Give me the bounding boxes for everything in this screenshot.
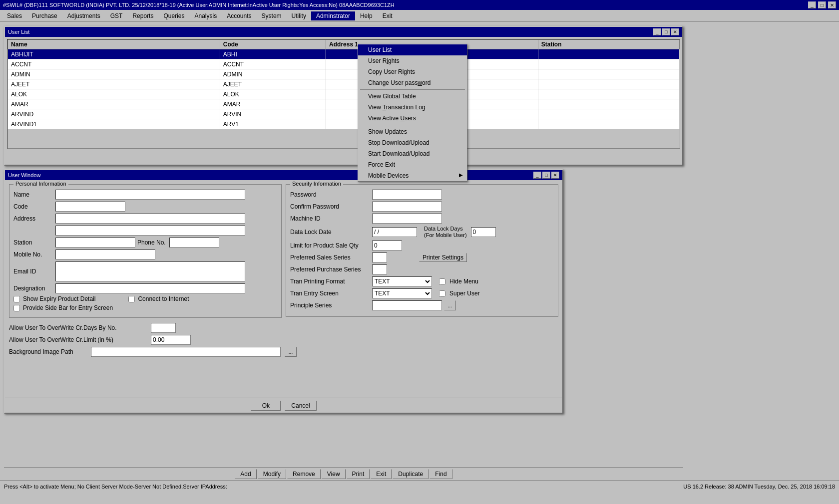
machine-id-row: Machine ID — [290, 214, 554, 224]
duplicate-btn[interactable]: Duplicate — [393, 469, 428, 479]
user-list-scroll[interactable]: Name Code Address 1 Station ABHIJITABHIA… — [7, 39, 680, 149]
ok-button[interactable]: Ok — [251, 401, 281, 411]
tran-print-select[interactable]: TEXT GRAPHICAL — [372, 276, 432, 286]
show-expiry-checkbox[interactable] — [13, 296, 20, 302]
phone-input[interactable] — [169, 238, 219, 248]
dropdown-copy-user-rights[interactable]: Copy User Rights — [358, 66, 467, 77]
email-input[interactable] — [55, 261, 245, 281]
table-row[interactable]: ALOKALOK — [8, 89, 680, 99]
data-lock-days-label: Data Lock Days(For Mobile User) — [424, 226, 467, 239]
menu-exit[interactable]: Exit — [378, 11, 398, 20]
limit-sale-label: Limit for Product Sale Qty — [290, 242, 370, 249]
dropdown-view-active[interactable]: View Active Users — [358, 113, 467, 124]
dropdown-mobile-devices[interactable]: Mobile Devices — [358, 170, 467, 181]
printer-settings-btn[interactable]: Printer Settings — [419, 253, 467, 262]
address2-input[interactable] — [55, 226, 245, 236]
table-row[interactable]: AMARAMAR — [8, 99, 680, 109]
find-btn[interactable]: Find — [429, 469, 452, 479]
view-btn[interactable]: View — [322, 469, 346, 479]
table-row[interactable]: ADMINADMIN — [8, 69, 680, 79]
menu-sales[interactable]: Sales — [2, 11, 27, 20]
menu-gst[interactable]: GST — [105, 11, 128, 20]
dropdown-start-download[interactable]: Start Download/Upload — [358, 148, 467, 159]
dropdown-change-password[interactable]: Change User password — [358, 77, 467, 88]
user-list-maximize[interactable]: □ — [662, 28, 670, 35]
minimize-btn[interactable]: _ — [808, 1, 816, 8]
tran-entry-select[interactable]: TEXT GRAPHICAL — [372, 288, 432, 298]
user-list-title: User List — [8, 29, 29, 35]
table-row[interactable]: ACCNTACCNT — [8, 59, 680, 69]
name-input[interactable] — [55, 190, 245, 200]
menu-adjustments[interactable]: Adjustments — [62, 11, 105, 20]
principle-series-btn[interactable]: ... — [444, 300, 456, 310]
cancel-button[interactable]: Cancel — [285, 401, 316, 411]
dropdown-user-rights[interactable]: User Rights — [358, 55, 467, 66]
dropdown-view-global[interactable]: View Global Table — [358, 91, 467, 102]
confirm-pw-input[interactable] — [372, 202, 442, 212]
exit-btn[interactable]: Exit — [371, 469, 392, 479]
principle-series-row: Principle Series ... — [290, 300, 554, 310]
bg-image-input[interactable] — [91, 347, 281, 357]
menu-system[interactable]: System — [257, 11, 287, 20]
menu-help[interactable]: Help — [355, 11, 378, 20]
code-input[interactable] — [55, 202, 125, 212]
menu-utility[interactable]: Utility — [287, 11, 311, 20]
menu-queries[interactable]: Queries — [158, 11, 189, 20]
bg-image-btn[interactable]: ... — [285, 347, 297, 357]
machine-id-input[interactable] — [372, 214, 442, 224]
table-row[interactable]: ARVINDARVIN — [8, 109, 680, 119]
mobile-input[interactable] — [55, 250, 155, 259]
cell-code: ARVIN — [220, 109, 326, 119]
user-win-maximize[interactable]: □ — [542, 172, 550, 179]
title-bar: #SWIL# (DBF)111 SOFTWORLD (INDIA) PVT. L… — [0, 0, 839, 10]
cell-station — [538, 49, 679, 59]
allow-cr-limit-label: Allow User To OverWrite Cr.Limit (in %) — [9, 336, 149, 343]
allow-cr-days-input[interactable] — [151, 323, 176, 333]
pref-sales-input[interactable] — [372, 252, 387, 262]
cell-code: AMAR — [220, 99, 326, 109]
remove-btn[interactable]: Remove — [287, 469, 321, 479]
menu-reports[interactable]: Reports — [127, 11, 158, 20]
super-user-checkbox[interactable] — [439, 290, 445, 297]
add-btn[interactable]: Add — [235, 469, 256, 479]
allow-cr-limit-input[interactable] — [151, 335, 191, 345]
modify-btn[interactable]: Modify — [258, 469, 286, 479]
close-btn[interactable]: ✕ — [828, 1, 836, 8]
data-lock-days-input[interactable] — [471, 227, 496, 237]
sidebar-checkbox[interactable] — [13, 305, 20, 311]
designation-input[interactable] — [55, 283, 245, 293]
maximize-btn[interactable]: □ — [818, 1, 826, 8]
dropdown-view-transaction[interactable]: View Transaction Log — [358, 102, 467, 113]
cell-station — [538, 59, 679, 69]
print-btn[interactable]: Print — [347, 469, 370, 479]
user-win-close[interactable]: ✕ — [551, 172, 559, 179]
dropdown-force-exit[interactable]: Force Exit — [358, 159, 467, 170]
password-input[interactable] — [372, 190, 442, 200]
cell-code: ACCNT — [220, 59, 326, 69]
user-list-close[interactable]: ✕ — [671, 28, 679, 35]
security-info-label: Security Information — [290, 181, 343, 187]
table-row[interactable]: ABHIJITABHI — [8, 49, 680, 59]
table-row[interactable]: ARVIND1ARV1 — [8, 119, 680, 129]
data-lock-input[interactable] — [372, 227, 417, 237]
menu-purchase[interactable]: Purchase — [27, 11, 62, 20]
pref-purchase-input[interactable] — [372, 264, 387, 274]
table-row[interactable]: AJEETAJEET — [8, 79, 680, 89]
station-row: Station Phone No. — [13, 238, 277, 248]
menu-analysis[interactable]: Analysis — [190, 11, 222, 20]
user-list-minimize[interactable]: _ — [653, 28, 661, 35]
station-input[interactable] — [55, 238, 135, 248]
dropdown-user-list[interactable]: User List — [358, 44, 467, 55]
connect-internet-checkbox[interactable] — [128, 296, 135, 302]
user-win-minimize[interactable]: _ — [533, 172, 541, 179]
dropdown-show-updates[interactable]: Show Updates — [358, 126, 467, 137]
dropdown-stop-download[interactable]: Stop Download/Upload — [358, 137, 467, 148]
status-left: Press <Alt> to activate Menu; No Client … — [4, 484, 683, 490]
menu-administrator[interactable]: Adminstrator — [311, 11, 355, 20]
address-input[interactable] — [55, 214, 245, 224]
hide-menu-checkbox[interactable] — [439, 278, 445, 285]
menu-accounts[interactable]: Accounts — [222, 11, 256, 20]
limit-sale-input[interactable] — [372, 241, 402, 251]
principle-series-input[interactable] — [372, 300, 442, 310]
confirm-pw-row: Confirm Password — [290, 202, 554, 212]
